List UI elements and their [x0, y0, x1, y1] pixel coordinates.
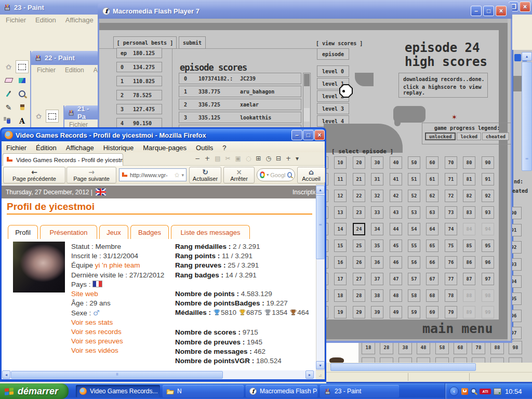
personal-bests-tab[interactable]: [ personal bests ]: [113, 36, 177, 49]
episode-cell[interactable]: 99: [482, 306, 494, 318]
new-window-icon[interactable]: ⊞: [256, 155, 261, 162]
scores-scrollbar-thumb2[interactable]: [304, 108, 310, 122]
tool-freeform-select-icon[interactable]: [2, 60, 15, 73]
episode-cell[interactable]: 24: [353, 223, 365, 235]
episode-cell-partial[interactable]: [454, 357, 467, 363]
episode-cell[interactable]: 96: [482, 256, 494, 269]
episode-cell[interactable]: 58: [408, 289, 420, 302]
episode-cell[interactable]: 51: [408, 173, 420, 185]
scroll-right-button[interactable]: ▸: [305, 370, 314, 379]
search-bar[interactable]: ▾ Googl: [257, 168, 295, 181]
episode-cell[interactable]: 92: [482, 190, 494, 202]
hscrollbar-thumb[interactable]: [330, 363, 476, 371]
episode-cell[interactable]: 62: [426, 190, 438, 202]
tool-eyedropper-icon[interactable]: [2, 87, 15, 100]
minimize-button[interactable]: –: [291, 130, 302, 140]
episode-cell-partial[interactable]: [472, 357, 485, 363]
episode-cell[interactable]: 57: [408, 273, 420, 285]
menu-item[interactable]: Affichage: [61, 15, 98, 25]
tool-magnifier-icon[interactable]: [16, 87, 29, 100]
episode-cell[interactable]: 33: [371, 206, 383, 219]
profile-tab-1[interactable]: Profil: [8, 225, 38, 239]
menu-item[interactable]: Fichier: [1, 15, 31, 25]
menu-item[interactable]: Outils: [191, 142, 218, 152]
legend-cheated-button[interactable]: cheated: [482, 132, 509, 140]
episode-cell[interactable]: 60: [426, 156, 438, 169]
cut-icon[interactable]: ✂: [225, 155, 230, 162]
history-icon[interactable]: ◷: [265, 155, 271, 162]
episode-cell[interactable]: 75: [445, 240, 457, 252]
episode-cell[interactable]: 94: [482, 223, 494, 235]
url-bar[interactable]: http://www.vgr- ✩ ▾: [119, 168, 187, 181]
taskbar-button-paint[interactable]: 23 - Paint: [320, 385, 399, 397]
episode-cell[interactable]: 42: [390, 190, 402, 202]
episode-cell[interactable]: 97: [482, 273, 494, 285]
episode-cell-partial[interactable]: [398, 357, 412, 363]
episode-cell[interactable]: 34: [371, 223, 383, 235]
resize-grip[interactable]: ⣠: [316, 370, 325, 379]
episode-cell[interactable]: 32: [371, 190, 383, 202]
view-scores-level-0-button[interactable]: level 0: [317, 65, 349, 77]
episode-cell[interactable]: 85: [463, 240, 475, 252]
episode-cell[interactable]: 55: [408, 240, 420, 252]
episode-cell[interactable]: 45: [390, 240, 402, 252]
episode-cell[interactable]: 31: [371, 173, 383, 185]
profile-tab-2[interactable]: Présentation: [40, 225, 97, 239]
titlebar-firefox[interactable]: Video Games Records - Profil de yicestmo…: [2, 129, 325, 141]
episode-cell[interactable]: 83: [463, 206, 475, 219]
view-scores-episode-button[interactable]: episode: [317, 48, 349, 60]
menu-item[interactable]: Edition: [60, 65, 89, 75]
profile-link[interactable]: Voir ses preuves: [71, 337, 164, 347]
main-menu-button[interactable]: main menu: [422, 321, 493, 336]
menu-item[interactable]: Affichage: [61, 142, 99, 152]
episode-cell-partial[interactable]: [509, 357, 522, 363]
episode-cell-partial[interactable]: [362, 357, 375, 363]
episode-cell[interactable]: 82: [463, 190, 475, 202]
minimize-button[interactable]: –: [471, 6, 482, 16]
episode-cell[interactable]: 52: [408, 190, 420, 202]
episode-cell[interactable]: 23: [353, 206, 365, 219]
spinner-icon[interactable]: ◌: [246, 155, 251, 162]
profile-tab-3[interactable]: Jeux: [99, 225, 128, 239]
episode-cell[interactable]: 48: [390, 289, 402, 302]
personal-best-row[interactable]: 1110.825: [116, 76, 162, 86]
episode-cell[interactable]: 38: [371, 289, 383, 302]
equipe-link[interactable]: yi 'n phie team: [95, 261, 140, 269]
maximize-button[interactable]: □: [303, 130, 314, 140]
tool-brush-icon[interactable]: [16, 101, 29, 114]
profile-link[interactable]: Voir ses stats: [71, 318, 164, 328]
episode-cell[interactable]: 14: [334, 223, 347, 235]
taskbar-button-flash[interactable]: fMacromedia Flash Pla...: [246, 385, 317, 397]
score-row[interactable]: 1338.775aru_bahagon: [179, 86, 301, 97]
home-button[interactable]: ⌂ Accueil: [297, 167, 325, 183]
tool-pencil-icon[interactable]: [2, 101, 15, 114]
episode-cell[interactable]: 17: [334, 273, 347, 285]
menu-item[interactable]: Fichier: [2, 142, 31, 152]
personal-best-row[interactable]: 0134.275: [116, 62, 162, 72]
episode-cell[interactable]: 28: [353, 289, 365, 302]
scroll-up-button[interactable]: ▴: [316, 185, 325, 194]
back-button[interactable]: ← Page précédente: [3, 167, 65, 183]
tool-select-icon[interactable]: [46, 110, 59, 123]
uk-flag-icon[interactable]: [96, 189, 106, 195]
episode-cell[interactable]: 90: [482, 156, 494, 169]
add-toolbar-icon[interactable]: +: [286, 155, 291, 162]
episode-cell[interactable]: 44: [390, 223, 402, 235]
profile-tab-5[interactable]: Liste des messages: [171, 225, 250, 239]
episode-cell[interactable]: 69: [426, 306, 438, 318]
taskbar-button-firefox[interactable]: Video Games Records...: [76, 385, 160, 397]
episode-cell[interactable]: 77: [445, 273, 457, 285]
episode-cell[interactable]: 26: [353, 256, 365, 269]
score-row[interactable]: 2336.725xaelar: [179, 99, 301, 110]
episode-cell[interactable]: 64: [426, 223, 438, 235]
episode-cell-partial[interactable]: [417, 357, 430, 363]
menu-item[interactable]: Édition: [31, 142, 61, 152]
episode-cell[interactable]: 93: [482, 206, 494, 219]
episode-cell[interactable]: 89: [463, 306, 475, 318]
episode-cell[interactable]: 84: [463, 223, 475, 235]
view-scores-level-3-button[interactable]: level 3: [317, 103, 349, 114]
personal-best-row[interactable]: 3127.475: [116, 104, 162, 114]
taskbar-button-folder[interactable]: N: [163, 385, 244, 397]
plus-icon[interactable]: +: [205, 155, 210, 162]
menu-item[interactable]: ?: [218, 142, 231, 152]
